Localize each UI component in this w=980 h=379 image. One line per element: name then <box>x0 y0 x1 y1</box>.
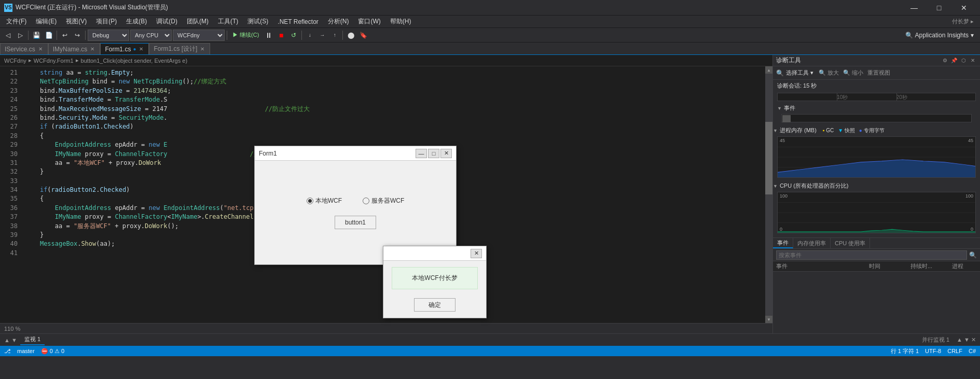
diag-tab-cpu[interactable]: CPU 使用率 <box>831 238 870 248</box>
tab-form1-cs[interactable]: Form1.cs ● ✕ <box>100 43 149 54</box>
diag-tab-memory[interactable]: 内存使用率 <box>793 238 831 248</box>
tab-form1-design-close[interactable]: ✕ <box>199 46 205 52</box>
debug-mode-dropdown[interactable]: Debug Release <box>88 30 129 41</box>
diag-options-button[interactable]: ⚙ <box>941 57 949 65</box>
stop-button[interactable]: ■ <box>275 30 287 41</box>
cpu-dropdown[interactable]: Any CPU x64 x86 <box>130 30 172 41</box>
menu-team[interactable]: 团队(M) <box>183 16 213 27</box>
step-over-button[interactable]: → <box>316 30 328 41</box>
toolbar-redo-button[interactable]: ↪ <box>72 30 83 41</box>
tab-imyname[interactable]: IMyName.cs ✕ <box>48 43 101 54</box>
scrollbar-up[interactable]: ▲ <box>765 66 772 74</box>
radio-server-wcf[interactable]: 服务器WCF <box>363 196 404 205</box>
status-branch-icon: ⎇ <box>4 348 11 355</box>
vs-icon: VS <box>4 4 12 12</box>
toolbar-forward-button[interactable]: ▷ <box>15 30 26 41</box>
form1-minimize-button[interactable]: — <box>416 149 427 158</box>
tab-iservice-close[interactable]: ✕ <box>37 46 44 52</box>
project-dropdown[interactable]: WCFdny <box>173 30 225 41</box>
menu-analyze[interactable]: 分析(N) <box>324 16 353 27</box>
diag-title: 诊断工具 <box>776 56 801 65</box>
tab-form1-close[interactable]: ✕ <box>138 46 144 52</box>
cpu-header: ▼ CPU (所有处理器的百分比) <box>773 181 980 191</box>
events-label: 事件 <box>784 104 795 112</box>
menu-tools[interactable]: 工具(T) <box>214 16 242 27</box>
diag-float-button[interactable]: ⬡ <box>959 57 968 65</box>
breadcrumb-project[interactable]: WCFdny <box>4 58 26 64</box>
scrollbar-thumb[interactable] <box>765 122 772 194</box>
menu-debug[interactable]: 调试(D) <box>152 16 182 27</box>
diag-pin-button[interactable]: 📌 <box>950 57 958 65</box>
search-icon[interactable]: 🔍 <box>969 251 977 259</box>
restart-button[interactable]: ↺ <box>288 30 299 41</box>
events-col-event: 事件 <box>773 261 866 271</box>
menu-help[interactable]: 帮助(H) <box>386 16 416 27</box>
run-button[interactable]: ▶ 继续(C) <box>229 30 262 41</box>
form1-maximize-button[interactable]: □ <box>428 149 439 158</box>
breadcrumb-member[interactable]: button1_Click(object sender, EventArgs e… <box>81 58 187 64</box>
pause-button[interactable]: ⏸ <box>263 30 274 41</box>
menu-build[interactable]: 生成(B) <box>122 16 151 27</box>
diag-zoom-out[interactable]: 🔍 缩小 <box>843 69 863 77</box>
menu-edit[interactable]: 编辑(E) <box>32 16 61 27</box>
tab-imyname-close[interactable]: ✕ <box>89 46 95 52</box>
scrollbar-track[interactable] <box>765 74 772 316</box>
code-line-24: bind.TransferMode = TransferMode.S <box>25 95 761 104</box>
tab-iservice-label: IService.cs <box>5 46 35 53</box>
step-into-button[interactable]: ↓ <box>304 30 315 41</box>
cpu-chart-svg <box>778 192 975 233</box>
status-bar-right: 行 1 字符 1 UTF-8 CRLF C# <box>891 347 976 355</box>
bottom-panel-tab-watch[interactable]: ▲ ▼ <box>2 337 19 343</box>
cpu-chart: 100 0 100 0 <box>777 192 976 233</box>
code-line-23: bind.MaxBufferPoolSize = 214748364; <box>25 87 761 95</box>
diag-close-button[interactable]: ✕ <box>969 57 977 65</box>
app-insights-icon: 🔍 <box>905 32 913 39</box>
menu-file[interactable]: 文件(F) <box>2 16 31 27</box>
diag-controls: ⚙ 📌 ⬡ ✕ <box>941 57 977 65</box>
window-maximize-button[interactable]: □ <box>927 0 951 16</box>
breadcrumb-class[interactable]: WCFdny.Form1 <box>34 58 74 64</box>
msgbox-close-button[interactable]: ✕ <box>471 249 482 258</box>
form1-button1[interactable]: button1 <box>335 216 376 229</box>
app-insights-label: Application Insights <box>915 32 969 39</box>
toolbar-undo-button[interactable]: ↩ <box>59 30 71 41</box>
breakpoint-button[interactable]: ⬤ <box>345 30 356 41</box>
bottom-panel-parallel-watch[interactable]: 并行监视 1 <box>918 335 954 345</box>
code-line-21: string aa = string.Empty; <box>25 68 761 77</box>
menu-reflector[interactable]: .NET Reflector <box>273 16 322 27</box>
bookmark-button[interactable]: 🔖 <box>357 30 369 41</box>
diag-tab-events[interactable]: 事件 <box>773 238 793 248</box>
menu-view[interactable]: 视图(V) <box>62 16 91 27</box>
scrollbar-down[interactable]: ▼ <box>765 316 772 323</box>
toolbar-save-button[interactable]: 💾 <box>31 30 42 41</box>
code-line-22: NetTcpBinding bind = new NetTcpBinding()… <box>25 77 761 86</box>
tab-iservice[interactable]: IService.cs ✕ <box>0 43 48 54</box>
bottom-panel-watch-1[interactable]: 监视 1 <box>20 334 45 345</box>
window-minimize-button[interactable]: — <box>902 0 926 16</box>
msgbox-ok-button[interactable]: 确定 <box>414 298 456 312</box>
bottom-panel-right-ctrl[interactable]: ▲ ▼ ✕ <box>955 336 978 343</box>
memory-header: ▼ 进程内存 (MB) ▪ GC ▼ 快照 ● 专用字节 <box>773 125 980 135</box>
app-insights-toolbar[interactable]: 🔍 Application Insights ▾ <box>901 32 978 39</box>
toolbar-sep-3 <box>85 31 86 40</box>
memory-legend-private: ● 专用字节 <box>859 127 885 134</box>
private-label: 专用字节 <box>864 128 885 133</box>
diag-reset-view[interactable]: 重置视图 <box>867 69 890 77</box>
gc-label: GC <box>826 128 834 133</box>
menu-project[interactable]: 项目(P) <box>92 16 121 27</box>
step-out-button[interactable]: ↑ <box>329 30 340 41</box>
form1-close-button[interactable]: ✕ <box>440 149 452 158</box>
radio-local-wcf[interactable]: 本地WCF <box>307 196 342 205</box>
menu-window[interactable]: 窗口(W) <box>354 16 384 27</box>
title-text: WCFClient (正在运行) - Microsoft Visual Stud… <box>16 3 168 12</box>
window-close-button[interactable]: ✕ <box>952 0 976 16</box>
menu-test[interactable]: 测试(S) <box>243 16 272 27</box>
msgbox-titlebar: ✕ <box>383 246 486 261</box>
editor-scrollbar[interactable]: ▲ ▼ <box>765 66 772 323</box>
tab-form1-design[interactable]: Form1.cs [设计] ✕ <box>149 43 210 54</box>
toolbar-back-button[interactable]: ◁ <box>2 30 13 41</box>
search-events-input[interactable] <box>776 250 967 260</box>
toolbar-new-button[interactable]: 📄 <box>43 30 54 41</box>
code-line-28: { <box>25 132 761 141</box>
diag-zoom-in[interactable]: 🔍 放大 <box>819 69 839 77</box>
